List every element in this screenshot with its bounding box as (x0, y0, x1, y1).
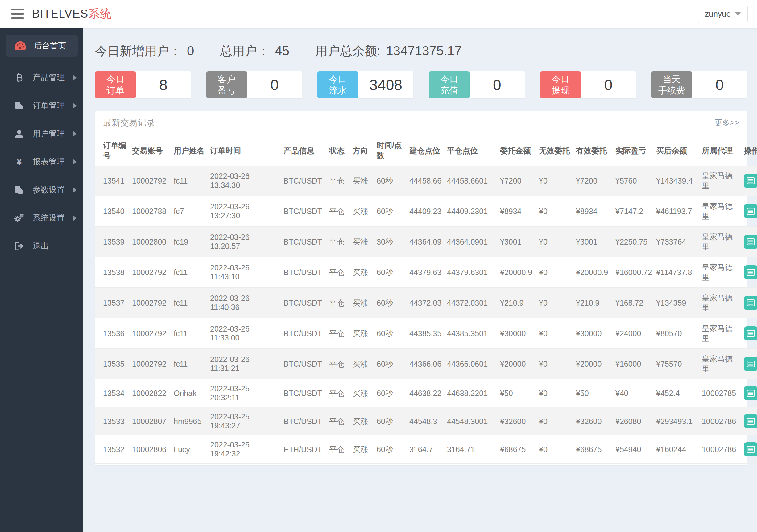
cell-direction: 买涨 (350, 288, 374, 318)
table-row: 13534 10002822 Orihak 2022-03-25 20:32:1… (95, 379, 757, 407)
cell-duration: 60秒 (374, 379, 407, 407)
card-today-deposits: 今日充值 0 (429, 71, 525, 98)
sidebar-item-system-settings[interactable]: 系统设置 (0, 205, 83, 231)
more-link[interactable]: 更多>> (715, 117, 739, 128)
card-customer-pnl: 客户盈亏 0 (206, 71, 302, 98)
row-detail-button[interactable] (744, 174, 757, 188)
table-row: 13539 10002800 fc19 2022-03-26 13:20:57 … (95, 227, 757, 257)
column-header: 所属代理 (699, 134, 741, 165)
cell-status: 平仓 (327, 257, 350, 288)
sidebar-item-logout[interactable]: 退出 (0, 233, 83, 259)
gears-icon (12, 213, 26, 223)
table-body: 13541 10002792 fc11 2022-03-26 13:34:30 … (95, 165, 757, 463)
cell-invalid-amount: ¥0 (536, 407, 573, 435)
chevron-down-icon (735, 12, 741, 16)
cell-duration: 60秒 (374, 435, 407, 463)
sidebar-item-label: 报表管理 (33, 156, 73, 167)
column-header: 买后余额 (654, 134, 699, 165)
cell-status: 平仓 (327, 435, 350, 463)
hamburger-menu-icon[interactable] (11, 9, 24, 19)
list-icon (747, 390, 755, 397)
cell-order-id: 13535 (95, 349, 130, 379)
list-icon (747, 300, 755, 306)
cell-direction: 买涨 (350, 379, 374, 407)
latest-trades-panel: 最新交易记录 更多>> 订单编号交易账号用户姓名订单时间产品信息状态方向时间/点… (95, 111, 747, 465)
row-detail-button[interactable] (744, 357, 757, 371)
row-detail-button[interactable] (744, 235, 757, 249)
card-value: 0 (581, 71, 636, 98)
cell-invalid-amount: ¥0 (536, 257, 573, 288)
cell-open-price: 44372.03 (407, 288, 444, 318)
column-header: 建仓点位 (407, 134, 444, 165)
brand-logo: BITELVES系统 (32, 6, 112, 21)
cell-open-price: 3164.7 (407, 435, 444, 463)
cell-agent: 皇家马德里 (699, 349, 741, 379)
cell-invalid-amount: ¥0 (536, 165, 573, 196)
cell-order-amount: ¥8934 (498, 196, 536, 227)
cell-balance-after: ¥160244 (654, 435, 699, 463)
column-header: 实际盈亏 (613, 134, 654, 165)
cell-product: BTC/USDT (281, 318, 327, 349)
list-icon (747, 330, 755, 337)
cell-product: BTC/USDT (281, 227, 327, 257)
cell-open-price: 44379.63 (407, 257, 444, 288)
list-icon (747, 446, 755, 453)
row-detail-button[interactable] (744, 442, 757, 457)
cell-valid-amount: ¥3001 (573, 227, 613, 257)
card-today-withdrawals: 今日提现 0 (540, 71, 636, 98)
cell-order-id: 13533 (95, 407, 130, 435)
cell-balance-after: ¥452.4 (654, 379, 699, 407)
row-detail-button[interactable] (744, 414, 757, 429)
cell-product: BTC/USDT (281, 379, 327, 407)
sidebar-item-label: 后台首页 (34, 41, 71, 51)
sidebar-item-label: 参数设置 (33, 185, 73, 195)
column-header: 平仓点位 (444, 134, 498, 165)
cell-order-time: 2022-03-26 11:40:36 (208, 288, 281, 318)
table-row: 13536 10002792 fc11 2022-03-26 11:33:00 … (95, 318, 757, 349)
cell-balance-after: ¥143439.4 (654, 165, 699, 196)
cell-close-price: 44364.0901 (444, 227, 498, 257)
row-detail-button[interactable] (744, 296, 757, 310)
list-icon (747, 177, 755, 184)
cell-username: Lucy (171, 435, 208, 463)
table-row: 13535 10002792 fc11 2022-03-26 11:31:21 … (95, 349, 757, 379)
cell-invalid-amount: ¥0 (536, 435, 573, 463)
user-dropdown[interactable]: zunyue (698, 5, 748, 23)
cell-agent: 10002786 (699, 435, 741, 463)
row-detail-button[interactable] (744, 326, 757, 340)
cell-open-price: 44638.22 (407, 379, 444, 407)
row-detail-button[interactable] (744, 265, 757, 280)
card-label: 今日提现 (540, 71, 581, 98)
sidebar-item-reports[interactable]: ¥ 报表管理 (0, 149, 83, 175)
card-value: 3408 (358, 71, 413, 98)
sidebar-item-users[interactable]: 用户管理 (0, 121, 83, 146)
sidebar-item-parameters[interactable]: 参数设置 (0, 177, 83, 203)
column-header: 无效委托 (536, 134, 573, 165)
chevron-right-icon (73, 187, 76, 193)
cell-open-price: 44409.23 (407, 196, 444, 227)
sidebar-item-label: 用户管理 (33, 128, 73, 139)
cell-balance-after: ¥293493.1 (654, 407, 699, 435)
column-header: 方向 (350, 134, 374, 165)
row-detail-button[interactable] (744, 386, 757, 400)
cell-username: hm9965 (171, 407, 208, 435)
row-detail-button[interactable] (744, 204, 757, 218)
cell-valid-amount: ¥30000 (573, 318, 613, 349)
sidebar-item-dashboard[interactable]: 后台首页 (6, 35, 78, 57)
column-header: 订单编号 (95, 134, 130, 165)
cell-status: 平仓 (327, 379, 350, 407)
cell-balance-after: ¥461193.7 (654, 196, 699, 227)
cell-actions (741, 165, 757, 196)
cell-order-id: 13537 (95, 288, 130, 318)
cell-close-price: 44638.2201 (444, 379, 498, 407)
column-header: 委托金额 (498, 134, 536, 165)
sidebar-item-orders[interactable]: 订单管理 (0, 93, 83, 118)
table-row: 13538 10002792 fc11 2022-03-26 11:43:10 … (95, 257, 757, 288)
stat-label: 今日新增用户： (95, 43, 181, 60)
dashboard-icon (14, 41, 27, 50)
sidebar-item-products[interactable]: 产品管理 (0, 65, 83, 90)
table-header-row: 订单编号交易账号用户姓名订单时间产品信息状态方向时间/点数建仓点位平仓点位委托金… (95, 134, 757, 165)
chevron-right-icon (73, 75, 76, 80)
cell-order-amount: ¥20000.9 (498, 257, 536, 288)
cell-order-id: 13536 (95, 318, 130, 349)
